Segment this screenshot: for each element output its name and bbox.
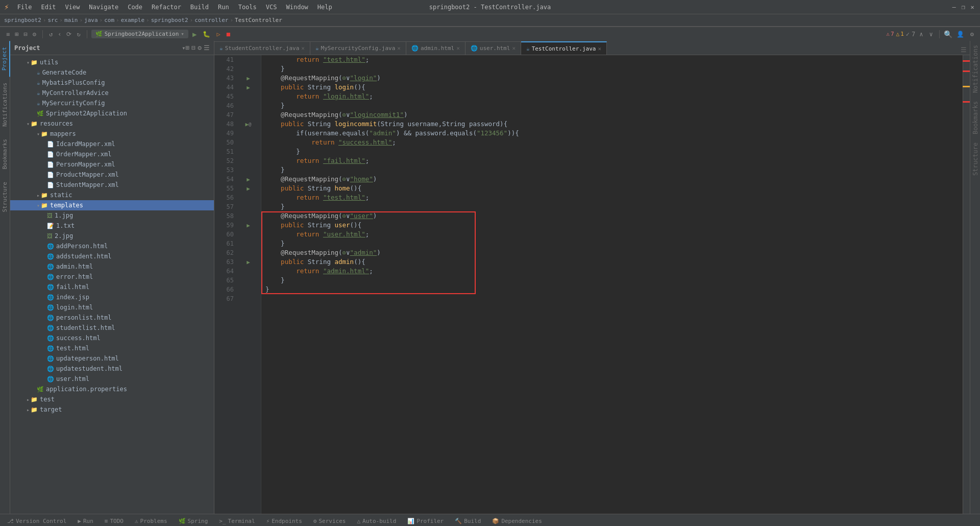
menu-build[interactable]: Build (186, 3, 213, 12)
tree-item-mysercurityconfig[interactable]: ☕ MySercurityConfig (10, 98, 214, 108)
tree-item-mappers[interactable]: ▾ 📁 mappers (10, 129, 214, 139)
tabs-menu-button[interactable]: ☰ (960, 45, 968, 55)
sidebar-gear-icon[interactable]: ⚙ (198, 44, 202, 52)
coverage-button[interactable]: ▷ (214, 30, 222, 39)
right-bookmarks-tab[interactable]: Bookmarks (970, 99, 981, 136)
menu-edit[interactable]: Edit (37, 3, 60, 12)
run-gutter-icon-59[interactable]: ▶ (247, 222, 250, 229)
bc-src[interactable]: src (47, 17, 58, 23)
run-gutter-icon-44[interactable]: ▶ (247, 84, 250, 91)
bc-testcontroller[interactable]: TestController (235, 17, 282, 23)
tree-item-error[interactable]: 🌐 error.html (10, 272, 214, 282)
run-gutter-icon-48[interactable]: ▶ (245, 121, 249, 128)
tab-close-button[interactable]: ✕ (301, 45, 305, 52)
tree-item-appprops[interactable]: 🌿 application.properties (10, 384, 214, 394)
back-button[interactable]: ‹ (56, 30, 63, 39)
undo-button[interactable]: ↺ (47, 30, 55, 39)
tree-item-updatestudent[interactable]: 🌐 updatestudent.html (10, 364, 214, 374)
tree-item-ordermapper[interactable]: 📄 OrderMapper.xml (10, 149, 214, 159)
tree-item-personmapper[interactable]: 📄 PersonMapper.xml (10, 159, 214, 170)
search-button[interactable]: 🔍 (944, 30, 952, 38)
bottom-tab-dependencies[interactable]: 📦 Dependencies (487, 516, 547, 527)
menu-run[interactable]: Run (214, 3, 233, 12)
tree-item-templates[interactable]: ▾ 📁 templates (10, 200, 214, 210)
reload-button[interactable]: ↻ (75, 30, 82, 39)
error-badge[interactable]: ⚠ 7 (886, 31, 894, 37)
tab-studentcontroller[interactable]: ☕ StudentController.java ✕ (214, 41, 310, 55)
maximize-button[interactable]: ❐ (960, 4, 967, 11)
bc-springboot2[interactable]: springboot2 (4, 17, 41, 23)
bottom-tab-run[interactable]: ▶ Run (72, 516, 99, 527)
tree-item-addstudent[interactable]: 🌐 addstudent.html (10, 251, 214, 261)
tree-item-mybatisplusconfig[interactable]: ☕ MybatisPlusConfig (10, 78, 214, 88)
sidebar-toggle-button[interactable]: ≡ (4, 30, 12, 39)
settings-gear-button[interactable]: ⚙ (968, 30, 976, 39)
tab-userhtml[interactable]: 🌐 user.html ✕ (465, 41, 521, 55)
bottom-tab-versioncontrol[interactable]: ⎇ Version Control (2, 516, 71, 527)
right-notifications-tab[interactable]: Notifications (970, 43, 981, 95)
menu-navigate[interactable]: Navigate (85, 3, 122, 12)
bottom-tab-profiler[interactable]: 📊 Profiler (402, 516, 449, 527)
collapse-all-button[interactable]: ⊟ (21, 30, 29, 39)
project-tab[interactable]: Project (0, 41, 10, 77)
tree-item-static[interactable]: ▸ 📁 static (10, 190, 214, 200)
run-gutter-icon-43[interactable]: ▶ (247, 75, 250, 82)
tree-item-studentlist[interactable]: 🌐 studentlist.html (10, 323, 214, 333)
menu-code[interactable]: Code (124, 3, 146, 12)
tree-item-success[interactable]: 🌐 success.html (10, 333, 214, 343)
bc-java[interactable]: java (84, 17, 98, 23)
warning-badge[interactable]: △ 1 (896, 31, 904, 37)
right-structure-tab[interactable]: Structure (970, 140, 981, 178)
tab-close-button[interactable]: ✕ (456, 45, 460, 52)
run-config-selector[interactable]: 🌿 Springboot2Application ▾ (91, 30, 188, 38)
menu-vcs[interactable]: VCS (262, 3, 281, 12)
menu-file[interactable]: File (13, 3, 36, 12)
tree-item-indexjsp[interactable]: 🌐 index.jsp (10, 292, 214, 302)
bookmarks-tab[interactable]: Bookmarks (0, 133, 10, 176)
tree-item-test-folder[interactable]: ▸ 📁 test (10, 394, 214, 404)
bottom-tab-todo[interactable]: ≡ TODO (100, 516, 129, 527)
minimize-button[interactable]: — (950, 4, 958, 11)
menu-tools[interactable]: Tools (234, 3, 261, 12)
tree-item-2jpg[interactable]: 🖼 2.jpg (10, 231, 214, 241)
tree-item-updateperson[interactable]: 🌐 updateperson.html (10, 353, 214, 364)
tree-item-addperson[interactable]: 🌐 addPerson.html (10, 241, 214, 251)
sync-button[interactable]: ⟳ (64, 30, 74, 39)
bottom-tab-endpoints[interactable]: ⚡ Endpoints (261, 516, 307, 527)
bottom-tab-build[interactable]: 🔨 Build (450, 516, 486, 527)
tab-close-button[interactable]: ✕ (512, 45, 516, 52)
run-gutter-icon-55[interactable]: ▶ (247, 185, 250, 192)
tree-item-studentmapper[interactable]: 📄 StudentMapper.xml (10, 180, 214, 190)
menu-window[interactable]: Window (282, 3, 312, 12)
tree-item-target-folder[interactable]: ▸ 📁 target (10, 404, 214, 415)
menu-refactor[interactable]: Refactor (148, 3, 185, 12)
bc-com[interactable]: com (104, 17, 114, 23)
bc-example[interactable]: example (121, 17, 144, 23)
tab-adminhtml[interactable]: 🌐 admin.html ✕ (406, 41, 465, 55)
bottom-tab-terminal[interactable]: >_ Terminal (214, 516, 260, 527)
bc-main[interactable]: main (64, 17, 78, 23)
stop-button[interactable]: ■ (225, 30, 232, 39)
user-icon[interactable]: 👤 (954, 30, 966, 39)
bottom-tab-spring[interactable]: 🌿 Spring (174, 516, 213, 527)
down-arrow-button[interactable]: ∨ (927, 30, 935, 39)
sidebar-collapse-icon[interactable]: ⊟ (191, 44, 195, 52)
tab-testcontroller[interactable]: ☕ TestController.java ✕ (521, 41, 607, 55)
menu-help[interactable]: Help (313, 3, 336, 12)
tree-item-generatecode[interactable]: ☕ GenerateCode (10, 67, 214, 78)
tree-item-1jpg[interactable]: 🖼 1.jpg (10, 210, 214, 221)
bc-springboot2-2[interactable]: springboot2 (151, 17, 188, 23)
tree-item-springboot2app[interactable]: 🌿 Springboot2Application (10, 108, 214, 118)
sidebar-dropdown-arrow[interactable]: ▾ (182, 44, 185, 52)
tree-item-test[interactable]: 🌐 test.html (10, 343, 214, 353)
settings-button[interactable]: ⚙ (31, 30, 38, 39)
run-button[interactable]: ▶ (190, 29, 199, 39)
tree-item-mycontrolleradvice[interactable]: ☕ MyControllerAdvice (10, 88, 214, 98)
menu-view[interactable]: View (61, 3, 84, 12)
bottom-tab-services[interactable]: ⚙ Services (308, 516, 351, 527)
close-button[interactable]: ✕ (969, 4, 976, 11)
tree-item-personlist[interactable]: 🌐 personlist.html (10, 313, 214, 323)
tree-item-1txt[interactable]: 📝 1.txt (10, 221, 214, 231)
tree-item-admin[interactable]: 🌐 admin.html (10, 261, 214, 272)
tree-item-fail[interactable]: 🌐 fail.html (10, 282, 214, 292)
